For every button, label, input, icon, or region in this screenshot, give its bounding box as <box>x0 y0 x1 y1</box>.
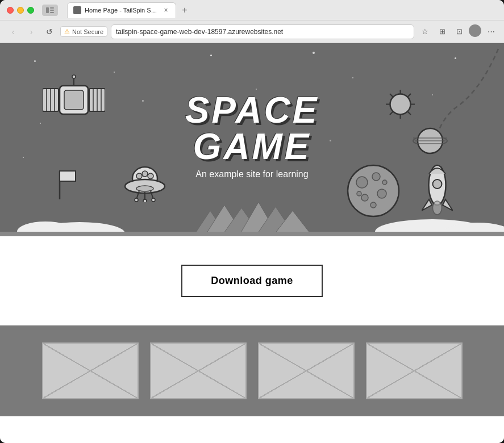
active-tab[interactable]: Home Page - TailSpin SpaceGa... × <box>67 2 176 18</box>
security-label: Not Secure <box>72 28 103 35</box>
close-button[interactable] <box>7 7 14 14</box>
svg-line-21 <box>390 94 393 97</box>
profile-icon[interactable] <box>469 24 481 37</box>
svg-rect-65 <box>0 232 504 236</box>
tab-title: Home Page - TailSpin SpaceGa... <box>85 7 159 14</box>
new-tab-button[interactable]: + <box>178 4 191 16</box>
security-badge: ⚠ Not Secure <box>60 26 107 37</box>
svg-point-43 <box>142 171 148 177</box>
tab-favicon <box>73 6 81 14</box>
back-button[interactable]: ‹ <box>6 24 20 39</box>
nav-bar: ‹ › ↺ ⚠ Not Secure tailspin-space-game-w… <box>0 20 504 43</box>
planet-saturn-icon <box>410 126 450 157</box>
url-bar[interactable]: tailspin-space-game-web-dev-18597.azurew… <box>111 24 414 39</box>
svg-rect-9 <box>64 90 84 110</box>
reading-list-button[interactable]: ⊞ <box>435 24 449 39</box>
hero-title: SPACE GAME <box>185 92 319 165</box>
svg-point-31 <box>356 177 368 188</box>
browser-window: Home Page - TailSpin SpaceGa... × + ‹ › … <box>0 0 504 443</box>
url-text: tailspin-space-game-web-dev-18597.azurew… <box>116 28 283 36</box>
svg-rect-54 <box>60 171 76 181</box>
sun-icon <box>385 89 416 120</box>
minimize-button[interactable] <box>17 7 24 14</box>
svg-rect-3 <box>50 12 54 13</box>
placeholder-card-2 <box>150 342 247 399</box>
download-section: Download game <box>0 236 504 325</box>
svg-point-42 <box>136 173 142 179</box>
hero-title-text: SPACE GAME <box>185 92 319 165</box>
share-button[interactable]: ⊡ <box>452 24 466 39</box>
maximize-button[interactable] <box>27 7 34 14</box>
svg-rect-2 <box>50 10 54 11</box>
tab-bar: Home Page - TailSpin SpaceGa... × + <box>67 2 493 18</box>
svg-line-23 <box>407 94 411 97</box>
placeholder-card-3 <box>258 342 355 399</box>
title-bar: Home Page - TailSpin SpaceGa... × + <box>0 0 504 20</box>
warning-icon: ⚠ <box>64 28 70 35</box>
svg-point-36 <box>382 180 387 185</box>
ground-landscape <box>0 191 504 236</box>
hero-section: SPACE GAME An example site for learning <box>0 43 504 236</box>
traffic-lights <box>7 7 34 14</box>
nav-actions: ☆ ⊞ ⊡ ⋯ <box>418 24 498 39</box>
forward-button[interactable]: › <box>24 24 39 39</box>
satellite-icon <box>43 74 105 126</box>
svg-point-39 <box>433 179 442 189</box>
svg-point-15 <box>72 75 76 78</box>
svg-point-44 <box>148 173 153 179</box>
download-game-button[interactable]: Download game <box>181 265 323 297</box>
menu-button[interactable]: ⋯ <box>484 24 498 39</box>
svg-rect-0 <box>46 7 49 13</box>
placeholder-card-1 <box>42 342 139 399</box>
svg-rect-1 <box>50 7 54 9</box>
hero-subtitle: An example site for learning <box>195 169 308 179</box>
reload-button[interactable]: ↺ <box>42 24 57 39</box>
svg-point-32 <box>372 173 380 181</box>
gray-cards-section <box>0 325 504 416</box>
svg-line-24 <box>390 111 393 115</box>
placeholder-card-4 <box>366 342 463 399</box>
star-button[interactable]: ☆ <box>418 24 432 39</box>
page-content: SPACE GAME An example site for learning … <box>0 43 504 443</box>
svg-line-22 <box>407 111 411 115</box>
sidebar-toggle[interactable] <box>42 5 58 16</box>
tab-close-button[interactable]: × <box>162 6 170 14</box>
